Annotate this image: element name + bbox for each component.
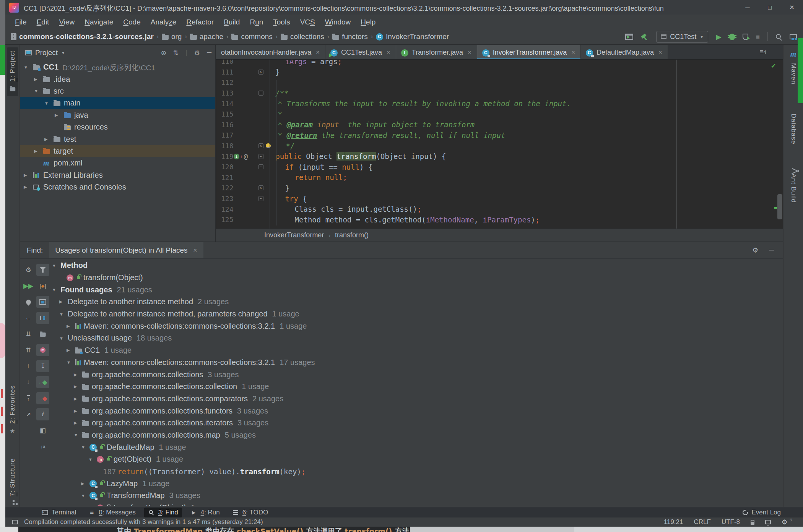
editor-scrollbar[interactable] [777, 194, 782, 219]
override-marker-icon[interactable]: I [234, 154, 239, 159]
line-separator-widget[interactable]: CRLF [694, 518, 710, 526]
usage-row-org-apache-commons-collections-comparators[interactable]: ▶org.apache.commons.collections.comparat… [51, 393, 782, 405]
breadcrumb-method[interactable]: transform() [335, 231, 369, 239]
filter-icon[interactable] [36, 264, 49, 276]
usage-row-defaultedmap[interactable]: ▼CDefaultedMap1 usage [51, 441, 782, 453]
expand-arrow-icon[interactable]: ▶ [55, 113, 64, 118]
stripe-maven[interactable]: mMaven [790, 50, 797, 84]
expand-arrow-icon[interactable]: ▼ [59, 336, 68, 341]
gear-icon[interactable]: ⚙ [752, 246, 758, 255]
code-line-120[interactable]: 120−if (input == null) { [216, 162, 783, 172]
event-log-button[interactable]: Event Log [743, 509, 781, 516]
usage-row-lazymap[interactable]: ▶CLazyMap1 usage [51, 477, 782, 490]
gear-icon[interactable]: ⚙ [194, 49, 200, 57]
fold-marker-icon[interactable]: ∧ [258, 70, 263, 75]
menu-file[interactable]: File [10, 16, 32, 29]
breadcrumb-commons[interactable]: commons [231, 32, 272, 41]
expand-arrow-icon[interactable]: ▼ [34, 89, 43, 93]
find-results-tab[interactable]: Usages of transform(Object) in All Place… [49, 242, 203, 258]
locate-file-icon[interactable]: ⊕ [161, 49, 166, 57]
stop-button[interactable]: ■ [756, 34, 760, 40]
merge-icon[interactable]: ↧ [36, 360, 49, 372]
project-item-external-libraries[interactable]: ▶External Libraries [20, 169, 215, 181]
project-item-java[interactable]: ▶java [20, 109, 215, 121]
breadcrumb-apache[interactable]: apache [190, 32, 223, 41]
group-structure-icon[interactable] [36, 312, 49, 324]
project-item-src[interactable]: ▼src [20, 85, 215, 97]
usage-row-org-apache-commons-collections[interactable]: ▶org.apache.commons.collections3 usages [51, 368, 782, 381]
show-run-window-icon[interactable] [625, 34, 633, 40]
fold-marker-icon[interactable]: − [258, 91, 263, 96]
usage-row-delegate-to-another-instance-method-paramete[interactable]: ▼Delegate to another instance method, pa… [51, 308, 782, 320]
rerun-icon[interactable]: ▶▶ [22, 280, 35, 292]
code-line-123[interactable]: 123−try { [216, 193, 783, 204]
stripe-database[interactable]: Database [790, 109, 797, 144]
expand-arrow-icon[interactable]: ▶ [34, 77, 43, 82]
close-tab-icon[interactable]: ✕ [658, 49, 663, 55]
expand-arrow-icon[interactable]: ▼ [67, 360, 75, 365]
expand-arrow-icon[interactable]: ▶ [59, 299, 68, 304]
expand-icon[interactable]: ⇊ [22, 328, 35, 340]
toolwindow-button-3-find[interactable]: 3: Find [144, 508, 182, 517]
run-button[interactable]: ▶ [716, 33, 722, 41]
close-tab-icon[interactable]: ✕ [386, 49, 391, 55]
gear-icon[interactable]: ⚙ [22, 264, 35, 276]
chevron-down-icon[interactable]: ▼ [61, 51, 65, 55]
close-tab-icon[interactable]: ✕ [467, 49, 472, 55]
usage-row-transformkey-object[interactable]: ▶mtransformKey(Object)1 usage [51, 502, 782, 506]
group-folder-icon[interactable] [36, 328, 49, 340]
code-line-114[interactable]: 114* Transforms the input to result by i… [216, 98, 783, 109]
code-line-124[interactable]: 124Class cls = input.getClass(); [216, 204, 783, 214]
totop-icon[interactable]: ↑ [22, 392, 35, 404]
project-item-test[interactable]: ▶test [20, 133, 215, 145]
intention-bulb-icon[interactable] [266, 143, 271, 148]
expand-arrow-icon[interactable]: ▼ [88, 457, 97, 462]
code-line-119[interactable]: 119I↑@−public Object transform(Object in… [216, 151, 783, 162]
project-structure-icon[interactable] [790, 34, 797, 39]
hide-panel-icon[interactable]: ─ [769, 246, 774, 255]
expand-arrow-icon[interactable]: ▶ [81, 481, 89, 486]
breadcrumb-invokertransformer[interactable]: CInvokerTransformer [376, 32, 449, 41]
collapse-all-icon[interactable]: ⇅ [173, 49, 179, 57]
code-line-110[interactable]: 110iArgs = args; [216, 60, 783, 67]
usage-row-maven-commons-collections-commons-collection[interactable]: ▼Maven: commons-collections:commons-coll… [51, 357, 782, 369]
up-icon[interactable]: ↑ [22, 360, 35, 372]
expand-arrow-icon[interactable]: ▶ [74, 420, 82, 425]
expand-arrow-icon[interactable]: ▼ [74, 433, 82, 437]
breadcrumb-class[interactable]: InvokerTransformer [264, 231, 324, 239]
toolwindow-button-0-messages[interactable]: ≡0: Messages [85, 508, 139, 517]
project-item-scratches-and-consoles[interactable]: ▶Scratches and Consoles [20, 181, 215, 193]
code-line-115[interactable]: 115* [216, 109, 783, 120]
tab-defaultedmap-java[interactable]: CDefaultedMap.java✕ [581, 45, 668, 60]
code-line-122[interactable]: 122∧} [216, 183, 783, 193]
close-button[interactable]: ✕ [781, 0, 803, 15]
expand-arrow-icon[interactable]: ▼ [81, 493, 89, 498]
expand-arrow-icon[interactable]: ▶ [74, 384, 82, 389]
search-everywhere-icon[interactable] [775, 34, 782, 40]
brackets-icon[interactable]: [◆] [36, 280, 49, 292]
expand-arrow-icon[interactable]: ▼ [81, 445, 89, 449]
code-line-113[interactable]: 113−/** [216, 88, 783, 99]
fold-marker-icon[interactable]: ∧ [258, 143, 263, 148]
expand-arrow-icon[interactable]: ▶ [74, 409, 82, 414]
menu-refactor[interactable]: Refactor [181, 16, 219, 29]
debug-button[interactable] [729, 34, 735, 40]
export-icon[interactable]: ↗ [22, 408, 35, 420]
expand-arrow-icon[interactable]: ▼ [44, 101, 54, 105]
hide-panel-icon[interactable]: ─ [207, 49, 211, 57]
expand-arrow-icon[interactable]: ▼ [24, 65, 33, 70]
usage-row-get-object[interactable]: ▼mget(Object)1 usage [51, 453, 782, 466]
usage-row-transformedmap[interactable]: ▼CTransformedMap3 usages [51, 490, 782, 502]
project-item-resources[interactable]: resources [20, 121, 215, 133]
tab-transformer-java[interactable]: ITransformer.java✕ [396, 45, 477, 60]
usage-row-org-apache-commons-collections-functors[interactable]: ▶org.apache.commons.collections.functors… [51, 405, 782, 417]
usage-row-delegate-to-another-instance-method[interactable]: ▶Delegate to another instance method2 us… [51, 296, 782, 308]
toolwindow-toggle-icon[interactable] [12, 520, 18, 524]
menu-build[interactable]: Build [219, 16, 245, 29]
project-item-idea[interactable]: ▶.idea [20, 73, 215, 85]
menu-tools[interactable]: Tools [268, 16, 295, 29]
project-item-target[interactable]: ▶target [20, 145, 215, 157]
expand-arrow-icon[interactable]: ▶ [88, 505, 97, 506]
toolwindow-button-6-todo[interactable]: 6: TODO [228, 508, 272, 517]
fold-marker-icon[interactable]: − [258, 164, 263, 169]
